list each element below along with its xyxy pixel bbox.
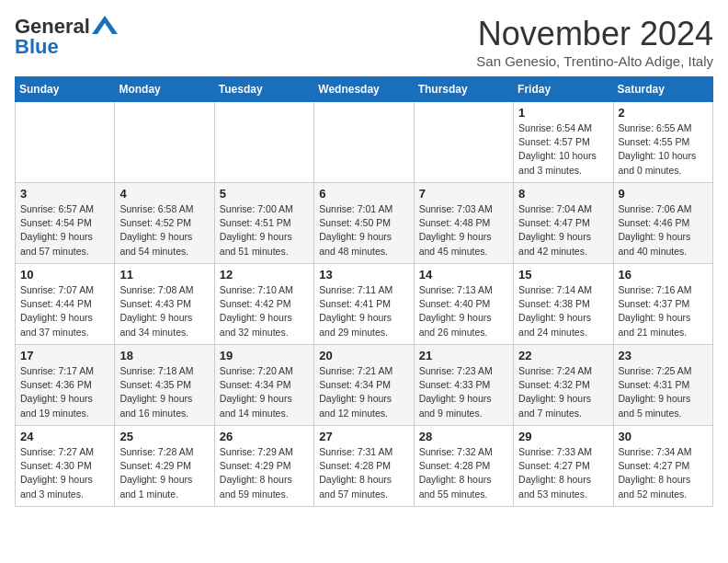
- calendar-week-2: 3Sunrise: 6:57 AM Sunset: 4:54 PM Daylig…: [16, 183, 713, 264]
- day-number: 4: [119, 187, 209, 201]
- weekday-header-tuesday: Tuesday: [214, 77, 313, 102]
- day-info: Sunrise: 6:54 AM Sunset: 4:57 PM Dayligh…: [518, 121, 608, 178]
- day-info: Sunrise: 7:10 AM Sunset: 4:42 PM Dayligh…: [220, 283, 309, 339]
- day-number: 12: [220, 268, 309, 282]
- calendar-cell: 7Sunrise: 7:03 AM Sunset: 4:48 PM Daylig…: [414, 183, 513, 264]
- calendar-cell: 23Sunrise: 7:25 AM Sunset: 4:31 PM Dayli…: [613, 345, 712, 426]
- day-info: Sunrise: 7:25 AM Sunset: 4:31 PM Dayligh…: [619, 364, 708, 420]
- calendar-cell: 3Sunrise: 6:57 AM Sunset: 4:54 PM Daylig…: [16, 183, 115, 264]
- calendar-cell: 20Sunrise: 7:21 AM Sunset: 4:34 PM Dayli…: [314, 345, 414, 426]
- calendar-cell: 8Sunrise: 7:04 AM Sunset: 4:47 PM Daylig…: [514, 183, 613, 264]
- calendar-cell: 1Sunrise: 6:54 AM Sunset: 4:57 PM Daylig…: [514, 102, 613, 183]
- calendar-header: SundayMondayTuesdayWednesdayThursdayFrid…: [16, 77, 713, 102]
- calendar-cell: 13Sunrise: 7:11 AM Sunset: 4:41 PM Dayli…: [314, 264, 414, 345]
- day-info: Sunrise: 7:16 AM Sunset: 4:37 PM Dayligh…: [619, 283, 708, 339]
- weekday-header-friday: Friday: [514, 77, 613, 102]
- month-title: November 2024: [476, 15, 713, 53]
- calendar-cell: 16Sunrise: 7:16 AM Sunset: 4:37 PM Dayli…: [613, 264, 712, 345]
- day-info: Sunrise: 7:18 AM Sunset: 4:35 PM Dayligh…: [119, 364, 209, 420]
- day-number: 6: [319, 187, 408, 201]
- day-info: Sunrise: 7:33 AM Sunset: 4:27 PM Dayligh…: [518, 445, 608, 501]
- day-info: Sunrise: 7:21 AM Sunset: 4:34 PM Dayligh…: [319, 364, 408, 420]
- day-info: Sunrise: 7:13 AM Sunset: 4:40 PM Dayligh…: [419, 283, 508, 339]
- calendar-cell: [16, 102, 115, 183]
- day-number: 18: [119, 349, 209, 362]
- calendar-cell: 15Sunrise: 7:14 AM Sunset: 4:38 PM Dayli…: [514, 264, 613, 345]
- calendar-cell: 10Sunrise: 7:07 AM Sunset: 4:44 PM Dayli…: [16, 264, 115, 345]
- day-info: Sunrise: 7:17 AM Sunset: 4:36 PM Dayligh…: [20, 364, 109, 420]
- day-number: 24: [20, 430, 109, 443]
- calendar-cell: 27Sunrise: 7:31 AM Sunset: 4:28 PM Dayli…: [314, 426, 414, 507]
- day-info: Sunrise: 7:34 AM Sunset: 4:27 PM Dayligh…: [619, 445, 708, 501]
- day-number: 29: [518, 430, 608, 443]
- day-info: Sunrise: 7:20 AM Sunset: 4:34 PM Dayligh…: [220, 364, 309, 420]
- day-info: Sunrise: 7:01 AM Sunset: 4:50 PM Dayligh…: [319, 202, 408, 259]
- day-number: 30: [619, 430, 708, 443]
- logo-blue-text: Blue: [15, 35, 59, 58]
- day-number: 10: [20, 268, 109, 282]
- day-info: Sunrise: 7:23 AM Sunset: 4:33 PM Dayligh…: [419, 364, 508, 420]
- calendar-cell: 2Sunrise: 6:55 AM Sunset: 4:55 PM Daylig…: [613, 102, 712, 183]
- calendar-week-3: 10Sunrise: 7:07 AM Sunset: 4:44 PM Dayli…: [16, 264, 713, 345]
- calendar-cell: 4Sunrise: 6:58 AM Sunset: 4:52 PM Daylig…: [115, 183, 214, 264]
- weekday-row: SundayMondayTuesdayWednesdayThursdayFrid…: [16, 77, 713, 102]
- calendar-table: SundayMondayTuesdayWednesdayThursdayFrid…: [15, 76, 713, 507]
- calendar-cell: [414, 102, 513, 183]
- weekday-header-sunday: Sunday: [16, 77, 115, 102]
- calendar-week-1: 1Sunrise: 6:54 AM Sunset: 4:57 PM Daylig…: [16, 102, 713, 183]
- day-info: Sunrise: 7:14 AM Sunset: 4:38 PM Dayligh…: [518, 283, 608, 339]
- calendar-cell: 17Sunrise: 7:17 AM Sunset: 4:36 PM Dayli…: [16, 345, 115, 426]
- day-info: Sunrise: 7:32 AM Sunset: 4:28 PM Dayligh…: [419, 445, 508, 501]
- weekday-header-monday: Monday: [115, 77, 214, 102]
- day-info: Sunrise: 7:27 AM Sunset: 4:30 PM Dayligh…: [20, 445, 109, 501]
- day-number: 19: [220, 349, 309, 362]
- day-info: Sunrise: 7:11 AM Sunset: 4:41 PM Dayligh…: [319, 283, 408, 339]
- calendar-cell: 6Sunrise: 7:01 AM Sunset: 4:50 PM Daylig…: [314, 183, 414, 264]
- calendar-cell: 18Sunrise: 7:18 AM Sunset: 4:35 PM Dayli…: [115, 345, 214, 426]
- day-number: 3: [20, 187, 109, 201]
- day-number: 22: [518, 349, 608, 362]
- day-number: 8: [518, 187, 608, 201]
- calendar-week-4: 17Sunrise: 7:17 AM Sunset: 4:36 PM Dayli…: [16, 345, 713, 426]
- day-info: Sunrise: 7:24 AM Sunset: 4:32 PM Dayligh…: [518, 364, 608, 420]
- day-number: 28: [419, 430, 508, 443]
- day-number: 7: [419, 187, 508, 201]
- page-header: General Blue November 2024 San Genesio, …: [15, 15, 713, 69]
- day-number: 15: [518, 268, 608, 282]
- calendar-cell: 25Sunrise: 7:28 AM Sunset: 4:29 PM Dayli…: [115, 426, 214, 507]
- day-info: Sunrise: 7:31 AM Sunset: 4:28 PM Dayligh…: [319, 445, 408, 501]
- day-info: Sunrise: 7:29 AM Sunset: 4:29 PM Dayligh…: [220, 445, 309, 501]
- day-number: 20: [319, 349, 408, 362]
- calendar-cell: 24Sunrise: 7:27 AM Sunset: 4:30 PM Dayli…: [16, 426, 115, 507]
- calendar-cell: 26Sunrise: 7:29 AM Sunset: 4:29 PM Dayli…: [214, 426, 313, 507]
- calendar-cell: 14Sunrise: 7:13 AM Sunset: 4:40 PM Dayli…: [414, 264, 513, 345]
- day-number: 25: [119, 430, 209, 443]
- calendar-cell: 11Sunrise: 7:08 AM Sunset: 4:43 PM Dayli…: [115, 264, 214, 345]
- day-number: 16: [619, 268, 708, 282]
- day-number: 11: [119, 268, 209, 282]
- logo-icon: [92, 16, 118, 34]
- calendar-cell: 28Sunrise: 7:32 AM Sunset: 4:28 PM Dayli…: [414, 426, 513, 507]
- logo: General Blue: [15, 15, 118, 59]
- day-number: 26: [220, 430, 309, 443]
- location-subtitle: San Genesio, Trentino-Alto Adige, Italy: [476, 53, 713, 69]
- calendar-week-5: 24Sunrise: 7:27 AM Sunset: 4:30 PM Dayli…: [16, 426, 713, 507]
- day-info: Sunrise: 7:04 AM Sunset: 4:47 PM Dayligh…: [518, 202, 608, 259]
- day-number: 14: [419, 268, 508, 282]
- day-info: Sunrise: 7:06 AM Sunset: 4:46 PM Dayligh…: [619, 202, 708, 259]
- day-info: Sunrise: 7:08 AM Sunset: 4:43 PM Dayligh…: [119, 283, 209, 339]
- weekday-header-wednesday: Wednesday: [314, 77, 414, 102]
- day-number: 27: [319, 430, 408, 443]
- calendar-cell: 22Sunrise: 7:24 AM Sunset: 4:32 PM Dayli…: [514, 345, 613, 426]
- day-number: 21: [419, 349, 508, 362]
- day-info: Sunrise: 6:57 AM Sunset: 4:54 PM Dayligh…: [20, 202, 109, 259]
- day-number: 2: [619, 106, 708, 120]
- day-info: Sunrise: 6:58 AM Sunset: 4:52 PM Dayligh…: [119, 202, 209, 259]
- calendar-cell: [115, 102, 214, 183]
- day-number: 23: [619, 349, 708, 362]
- day-info: Sunrise: 7:03 AM Sunset: 4:48 PM Dayligh…: [419, 202, 508, 259]
- calendar-body: 1Sunrise: 6:54 AM Sunset: 4:57 PM Daylig…: [16, 102, 713, 507]
- day-info: Sunrise: 7:28 AM Sunset: 4:29 PM Dayligh…: [119, 445, 209, 501]
- calendar-cell: [214, 102, 313, 183]
- calendar-cell: 9Sunrise: 7:06 AM Sunset: 4:46 PM Daylig…: [613, 183, 712, 264]
